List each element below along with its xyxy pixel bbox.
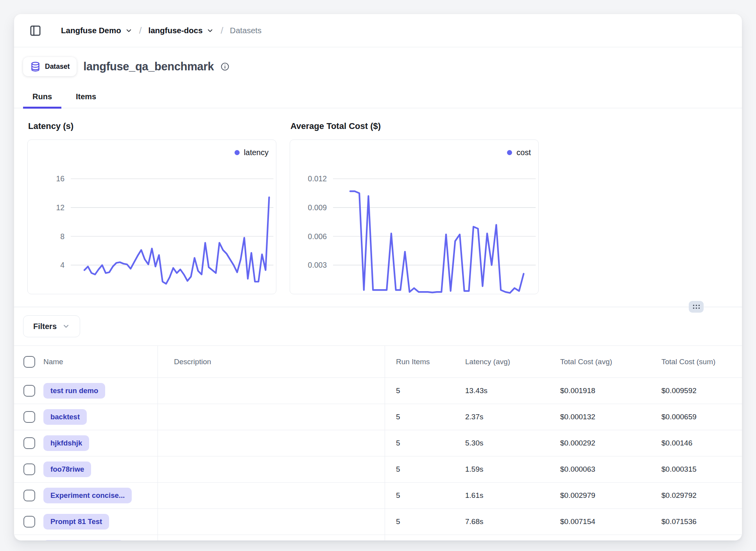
row-checkbox[interactable] xyxy=(23,463,35,475)
cell-description xyxy=(158,404,385,430)
cell-run-items: 5 xyxy=(385,386,454,395)
header-cell-latency-avg: Latency (avg) xyxy=(454,358,549,366)
cell-latency-avg: 7.68s xyxy=(454,517,549,526)
cell-total-cost-avg: $0.000132 xyxy=(549,413,650,421)
cell-total-cost-avg: $0.000063 xyxy=(549,465,650,474)
select-all-checkbox[interactable] xyxy=(23,356,35,368)
svg-text:0.003: 0.003 xyxy=(308,261,327,269)
table-row[interactable]: Experiment concise...51.61s$0.002979$0.0… xyxy=(14,483,742,509)
chevron-down-icon xyxy=(125,27,133,34)
cell-total-cost-sum: $0.000315 xyxy=(650,465,742,474)
cell-description xyxy=(158,509,385,535)
run-name-badge[interactable]: Prompt 81 Test xyxy=(43,514,109,530)
cost-chart-title: Average Total Cost ($) xyxy=(290,121,539,131)
cell-total-cost-sum: $0.00146 xyxy=(650,439,742,447)
svg-text:4: 4 xyxy=(60,261,64,269)
drag-handle[interactable] xyxy=(689,301,704,313)
dataset-badge-label: Dataset xyxy=(45,63,70,71)
cell-name: hjkfdshjk xyxy=(14,430,158,456)
table-row[interactable]: Prompt 81 Test57.68s$0.007154$0.071536 xyxy=(14,509,742,535)
header-cell-total-cost-sum: Total Cost (sum) xyxy=(650,358,742,366)
cell-total-cost-avg: $0.001918 xyxy=(549,386,650,395)
cell-total-cost-sum: $0.000659 xyxy=(650,413,742,421)
page-background: Langfuse Demo / langfuse-docs / Datasets xyxy=(0,0,756,551)
latency-line-plot: 481216 xyxy=(28,140,276,294)
breadcrumb-org-label: Langfuse Demo xyxy=(61,26,121,35)
legend-dot-icon xyxy=(235,150,240,155)
sidebar-toggle-button[interactable] xyxy=(29,25,41,37)
cost-chart-block: Average Total Cost ($) 0.0030.0060.0090.… xyxy=(290,121,539,294)
row-checkbox[interactable] xyxy=(23,437,35,449)
svg-text:16: 16 xyxy=(56,174,65,183)
breadcrumb-separator: / xyxy=(220,25,223,36)
cell-run-items: 5 xyxy=(385,465,454,474)
info-icon[interactable] xyxy=(220,62,229,71)
row-checkbox[interactable] xyxy=(23,411,35,423)
cell-latency-avg: 5.30s xyxy=(454,439,549,447)
table-row[interactable]: foo78riwe51.59s$0.000063$0.000315 xyxy=(14,456,742,483)
svg-text:8: 8 xyxy=(60,232,64,241)
row-checkbox[interactable] xyxy=(23,490,35,501)
run-name-badge[interactable]: Experiment concise... xyxy=(43,488,132,503)
header-cell-name: Name xyxy=(14,346,158,377)
run-name-badge[interactable]: backtest xyxy=(43,409,87,425)
table-row[interactable]: test run demo513.43s$0.001918$0.009592 xyxy=(14,378,742,404)
cell-name: Prompt 81 Test xyxy=(14,509,158,535)
cell-run-items: 5 xyxy=(385,491,454,500)
cell-description xyxy=(158,535,385,540)
cell-description xyxy=(158,483,385,508)
cell-run-items: 5 xyxy=(385,439,454,447)
legend-label: latency xyxy=(244,148,269,157)
svg-text:0.009: 0.009 xyxy=(308,203,327,212)
breadcrumb: Langfuse Demo / langfuse-docs / Datasets xyxy=(61,25,262,36)
latency-chart-block: Latency (s) 481216 latency xyxy=(27,121,276,294)
tab-items[interactable]: Items xyxy=(66,85,106,108)
breadcrumb-project-label: langfuse-docs xyxy=(148,26,202,35)
cell-name: Experiment concise... xyxy=(14,483,158,508)
panel-left-icon xyxy=(29,25,41,37)
grip-dots-icon xyxy=(692,304,700,310)
cell-total-cost-sum: $0.009592 xyxy=(650,386,742,395)
cell-latency-avg: 13.43s xyxy=(454,386,549,395)
cell-name: test run demo xyxy=(14,378,158,404)
row-checkbox[interactable] xyxy=(23,516,35,528)
top-bar: Langfuse Demo / langfuse-docs / Datasets xyxy=(14,14,742,47)
table-body: test run demo513.43s$0.001918$0.009592ba… xyxy=(14,378,742,540)
chevron-down-icon xyxy=(62,322,70,330)
filters-button[interactable]: Filters xyxy=(23,315,80,337)
breadcrumb-project-selector[interactable]: langfuse-docs xyxy=(148,26,214,35)
latency-chart: 481216 latency xyxy=(27,140,276,294)
page-title: langfuse_qa_benchmark xyxy=(83,60,214,73)
run-name-badge[interactable]: hjkfdshjk xyxy=(43,435,89,451)
section-resize-divider xyxy=(14,307,742,307)
header-cell-description: Description xyxy=(158,346,385,377)
cell-description xyxy=(158,430,385,456)
cell-description xyxy=(158,456,385,482)
svg-text:0.012: 0.012 xyxy=(308,174,327,183)
run-name-badge[interactable]: foo78riwe xyxy=(43,462,91,477)
tab-bar: Runs Items xyxy=(14,85,742,108)
main-card: Langfuse Demo / langfuse-docs / Datasets xyxy=(14,14,742,540)
header-cell-run-items: Run Items xyxy=(385,358,454,366)
cell-latency-avg: 1.59s xyxy=(454,465,549,474)
table-row[interactable]: hjkfdshjk55.30s$0.000292$0.00146 xyxy=(14,430,742,456)
row-checkbox[interactable] xyxy=(23,385,35,397)
column-label-name: Name xyxy=(43,358,63,366)
table-row[interactable]: backtest52.37s$0.000132$0.000659 xyxy=(14,404,742,430)
legend-dot-icon xyxy=(507,150,512,155)
breadcrumb-org-selector[interactable]: Langfuse Demo xyxy=(61,26,133,35)
cell-total-cost-sum: $0.071536 xyxy=(650,517,742,526)
cell-run-items: 5 xyxy=(385,413,454,421)
table-row-partial[interactable] xyxy=(14,535,742,540)
cell-latency-avg: 1.61s xyxy=(454,491,549,500)
run-name-badge[interactable] xyxy=(43,540,124,540)
svg-text:0.006: 0.006 xyxy=(308,232,327,241)
breadcrumb-section: Datasets xyxy=(230,26,262,35)
tab-runs[interactable]: Runs xyxy=(23,85,61,108)
run-name-badge[interactable]: test run demo xyxy=(43,383,105,399)
charts-section: Latency (s) 481216 latency Average Total… xyxy=(27,121,729,298)
cell-name: backtest xyxy=(14,404,158,430)
legend-label: cost xyxy=(516,148,531,157)
svg-text:12: 12 xyxy=(56,203,65,212)
latency-legend: latency xyxy=(235,148,269,157)
